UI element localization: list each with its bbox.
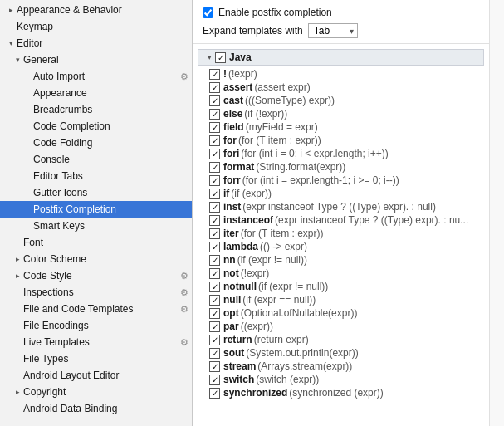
template-item-for[interactable]: for (for (T item : expr)) — [193, 134, 489, 147]
sidebar-item-code-style[interactable]: Code Style⚙ — [0, 267, 192, 284]
template-key-opt: opt — [223, 307, 239, 319]
template-desc-switch: (switch (expr)) — [256, 374, 319, 385]
label-gutter-icons: Gutter Icons — [33, 187, 87, 198]
template-checkbox-for[interactable] — [209, 135, 220, 146]
template-item-assert[interactable]: assert (assert expr) — [193, 81, 489, 94]
template-item-iter[interactable]: iter (for (T item : expr)) — [193, 227, 489, 240]
template-desc-field: (myField = expr) — [246, 121, 318, 133]
template-item-field[interactable]: field (myField = expr) — [193, 120, 489, 134]
label-breadcrumbs: Breadcrumbs — [33, 104, 92, 115]
label-font: Font — [23, 237, 43, 248]
sidebar-item-color-scheme[interactable]: Color Scheme — [0, 251, 192, 267]
template-item-inst[interactable]: inst (expr instanceof Type ? ((Type) exp… — [193, 200, 489, 213]
template-key-not: not — [223, 267, 239, 279]
sidebar-item-editor[interactable]: Editor — [0, 35, 192, 51]
template-item-instanceof[interactable]: instanceof (expr instanceof Type ? ((Typ… — [193, 213, 489, 227]
sidebar-item-editor-tabs[interactable]: Editor Tabs — [0, 168, 192, 184]
java-checkbox[interactable] — [215, 52, 226, 63]
template-checkbox-synchronized[interactable] — [209, 388, 220, 399]
gear-icon-file-code-templates: ⚙ — [180, 304, 188, 315]
template-checkbox-nn[interactable] — [209, 255, 220, 266]
sidebar-item-inspections[interactable]: Inspections⚙ — [0, 284, 192, 301]
template-item-null[interactable]: null (if (expr == null)) — [193, 293, 489, 306]
sidebar-item-smart-keys[interactable]: Smart Keys — [0, 218, 192, 234]
enable-checkbox[interactable] — [203, 7, 213, 18]
sidebar-item-copyright[interactable]: Copyright — [0, 384, 192, 400]
template-item-notnull[interactable]: notnull (if (expr != null)) — [193, 280, 489, 293]
template-item-else[interactable]: else (if (!expr)) — [193, 107, 489, 120]
template-item-opt[interactable]: opt (Optional.ofNullable(expr)) — [193, 306, 489, 320]
sidebar-item-appearance[interactable]: Appearance — [0, 85, 192, 101]
template-item-fori[interactable]: fori (for (int i = 0; i < expr.length; i… — [193, 147, 489, 160]
template-item-![interactable]: ! (!expr) — [193, 67, 489, 81]
template-key-switch: switch — [223, 374, 254, 385]
sidebar-item-gutter-icons[interactable]: Gutter Icons — [0, 184, 192, 201]
template-key-assert: assert — [223, 81, 252, 93]
template-desc-for: (for (T item : expr)) — [238, 135, 321, 146]
template-checkbox-inst[interactable] — [209, 202, 220, 213]
sidebar-item-console[interactable]: Console — [0, 151, 192, 168]
sidebar-item-postfix-completion[interactable]: Postfix Completion — [0, 201, 192, 218]
template-desc-cast: (((SomeType) expr)) — [245, 95, 335, 106]
template-checkbox-![interactable] — [209, 69, 220, 80]
expand-label: Expand templates with — [203, 25, 303, 37]
template-desc-return: (return expr) — [254, 334, 309, 345]
template-item-cast[interactable]: cast (((SomeType) expr)) — [193, 94, 489, 107]
template-item-stream[interactable]: stream (Arrays.stream(expr)) — [193, 360, 489, 373]
sidebar-item-keymap[interactable]: Keymap — [0, 18, 192, 35]
sidebar-item-breadcrumbs[interactable]: Breadcrumbs — [0, 101, 192, 118]
template-item-if[interactable]: if (if (expr)) — [193, 187, 489, 200]
template-checkbox-if[interactable] — [209, 189, 220, 199]
template-desc-else: (if (!expr)) — [244, 108, 287, 120]
java-group-header[interactable]: Java — [198, 49, 484, 66]
template-item-not[interactable]: not (!expr) — [193, 267, 489, 280]
template-item-synchronized[interactable]: synchronized (synchronized (expr)) — [193, 386, 489, 399]
template-item-return[interactable]: return (return expr) — [193, 333, 489, 346]
sidebar-item-file-code-templates[interactable]: File and Code Templates⚙ — [0, 301, 192, 317]
sidebar-item-file-types[interactable]: File Types — [0, 350, 192, 367]
sidebar-item-code-completion[interactable]: Code Completion — [0, 118, 192, 135]
template-checkbox-iter[interactable] — [209, 228, 220, 239]
template-key-iter: iter — [223, 228, 239, 239]
template-checkbox-opt[interactable] — [209, 308, 220, 319]
template-checkbox-forr[interactable] — [209, 175, 220, 186]
template-checkbox-par[interactable] — [209, 321, 220, 332]
label-inspections: Inspections — [23, 286, 74, 298]
template-checkbox-stream[interactable] — [209, 361, 220, 372]
template-checkbox-switch[interactable] — [209, 375, 220, 385]
sidebar-item-appearance-behavior[interactable]: Appearance & Behavior — [0, 2, 192, 18]
template-item-forr[interactable]: forr (for (int i = expr.length-1; i >= 0… — [193, 174, 489, 187]
template-desc-sout: (System.out.println(expr)) — [246, 347, 358, 359]
sidebar-item-general[interactable]: General — [0, 51, 192, 68]
template-checkbox-instanceof[interactable] — [209, 215, 220, 226]
template-checkbox-format[interactable] — [209, 162, 220, 173]
sidebar-item-file-encodings[interactable]: File Encodings — [0, 317, 192, 334]
template-item-nn[interactable]: nn (if (expr != null)) — [193, 253, 489, 267]
template-checkbox-field[interactable] — [209, 122, 220, 133]
template-item-sout[interactable]: sout (System.out.println(expr)) — [193, 346, 489, 360]
template-checkbox-not[interactable] — [209, 268, 220, 279]
template-item-lambda[interactable]: lambda (() -> expr) — [193, 240, 489, 253]
template-checkbox-lambda[interactable] — [209, 242, 220, 252]
sidebar-item-font[interactable]: Font — [0, 234, 192, 251]
sidebar-item-android-data-binding[interactable]: Android Data Binding — [0, 400, 192, 417]
template-desc-nn: (if (expr != null)) — [237, 254, 307, 266]
template-checkbox-cast[interactable] — [209, 95, 220, 106]
template-checkbox-sout[interactable] — [209, 348, 220, 359]
template-item-par[interactable]: par ((expr)) — [193, 320, 489, 333]
triangle-code-style — [13, 272, 22, 280]
template-checkbox-assert[interactable] — [209, 82, 220, 93]
sidebar-item-auto-import[interactable]: Auto Import⚙ — [0, 68, 192, 85]
template-checkbox-fori[interactable] — [209, 149, 220, 159]
template-checkbox-null[interactable] — [209, 295, 220, 306]
template-checkbox-notnull[interactable] — [209, 282, 220, 292]
template-checkbox-else[interactable] — [209, 109, 220, 120]
sidebar-item-android-layout-editor[interactable]: Android Layout Editor — [0, 367, 192, 384]
template-item-format[interactable]: format (String.format(expr)) — [193, 160, 489, 174]
template-checkbox-return[interactable] — [209, 335, 220, 345]
sidebar-item-live-templates[interactable]: Live Templates⚙ — [0, 334, 192, 350]
expand-dropdown[interactable]: Tab — [308, 23, 358, 38]
sidebar-item-code-folding[interactable]: Code Folding — [0, 135, 192, 151]
template-item-switch[interactable]: switch (switch (expr)) — [193, 373, 489, 386]
template-key-instanceof: instanceof — [223, 214, 273, 226]
